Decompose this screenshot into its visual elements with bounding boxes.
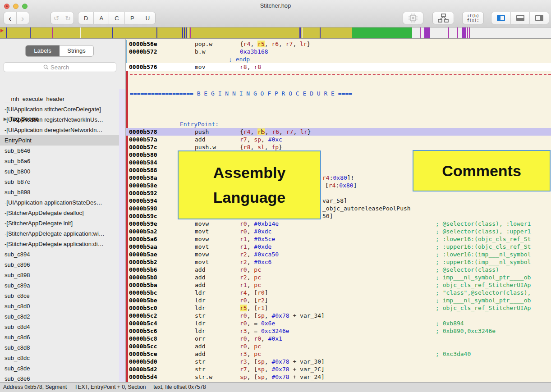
- toggle-left-panel-button[interactable]: [491, 12, 511, 24]
- operands: sp, [sp, #0x78 + var_24]: [240, 373, 325, 381]
- disasm-row[interactable]: 0000b5c8orrr0, r0, #0x1: [126, 335, 551, 342]
- disasm-row[interactable]: 0000b5b8addr2, pc; imp___nl_symbol_ptr__…: [126, 273, 551, 281]
- left-panel-icon: [497, 15, 505, 21]
- cpu-button[interactable]: [403, 12, 423, 24]
- sidebar-symbol-item[interactable]: sub_c8e6: [0, 374, 119, 382]
- undo-button[interactable]: ↺: [51, 12, 62, 24]
- sidebar-symbol-item[interactable]: -[StitcherAppDelegate application:di…: [0, 239, 119, 249]
- sidebar-symbol-item[interactable]: sub_c8d6: [0, 332, 119, 342]
- address: 0000b578: [129, 128, 157, 136]
- code-label-row[interactable]: EntryPoint:: [126, 120, 551, 128]
- sidebar-symbol-item[interactable]: sub_b898: [0, 187, 119, 197]
- inline-comment: ; @selector(class), :upper1: [436, 228, 531, 235]
- control-flow-graph-button[interactable]: [432, 12, 454, 24]
- tab-labels[interactable]: Labels: [26, 46, 60, 56]
- sidebar-symbol-item[interactable]: __mh_execute_header: [0, 94, 119, 104]
- sidebar-symbol-item[interactable]: sub_b646: [0, 146, 119, 156]
- disasm-row[interactable]: 0000b5beldrr0, [r2]; imp___nl_symbol_ptr…: [126, 296, 551, 304]
- sidebar-symbol-item[interactable]: sub_c898: [0, 270, 119, 280]
- navigation-minimap[interactable]: [0, 27, 551, 39]
- toggle-right-panel-button[interactable]: [530, 12, 549, 24]
- sidebar-scrollbar-track[interactable]: [119, 89, 125, 382]
- address: 0000b56e: [129, 40, 157, 48]
- disasm-row[interactable]: 0000b572b.w0xa3b168: [126, 48, 551, 55]
- sidebar-symbol-item[interactable]: sub_b800: [0, 166, 119, 177]
- disasm-row[interactable]: 0000b5a2movtr0, #0xdc; @selector(class),…: [126, 228, 551, 235]
- disasm-row[interactable]: 0000b5ceaddr3, pc; 0xc3da40: [126, 350, 551, 358]
- disasm-row[interactable]: 0000b5b2movtr2, #0xc6; :upper16:(imp___n…: [126, 258, 551, 266]
- address: 0000b5a2: [129, 228, 157, 235]
- sidebar-symbol-item[interactable]: EntryPoint: [0, 135, 119, 146]
- minimap-segment: [412, 27, 551, 38]
- sidebar-symbol-item[interactable]: sub_c8dc: [0, 353, 119, 363]
- sidebar-symbol-item[interactable]: -[UIApplication registerNetworkInUs…: [0, 114, 119, 125]
- data-button[interactable]: D: [78, 12, 94, 24]
- disasm-row[interactable]: 0000b5d2strr7, [sp, #0x78 + var_2C]: [126, 365, 551, 373]
- minimap-segment: [182, 27, 183, 38]
- undefined-button[interactable]: U: [140, 12, 155, 24]
- disasm-row[interactable]: 0000b5bcldrr4, [r0]; "class",@selector(c…: [126, 289, 551, 296]
- bottom-panel-icon: [516, 15, 524, 21]
- disasm-row[interactable]: 0000b5c6ldrr3, = 0xc3246e; 0xb890,0xc324…: [126, 327, 551, 335]
- sidebar-symbol-item[interactable]: -[UIApplication deregisterNetworkIn…: [0, 125, 119, 135]
- disasm-row[interactable]: 0000b5c0ldrr5, [r1]; objc_cls_ref_Stitch…: [126, 304, 551, 312]
- mnemonic: ldr: [195, 327, 205, 335]
- sidebar-symbol-item[interactable]: -[StitcherAppDelegate application:wi…: [0, 228, 119, 239]
- disasm-row[interactable]: 0000b5aemovwr2, #0xca50; :lower16:(imp__…: [126, 251, 551, 258]
- procedure-button[interactable]: P: [125, 12, 140, 24]
- operands: r3, = 0xc3246e: [240, 327, 289, 335]
- sidebar-symbol-item[interactable]: sub_b87c: [0, 177, 119, 187]
- redo-button[interactable]: ↻: [62, 12, 73, 24]
- code-label-row[interactable]: ; endp: [126, 55, 551, 63]
- disasm-row[interactable]: 0000b59emovwr0, #0xb14e; @selector(class…: [126, 220, 551, 228]
- search-field[interactable]: [4, 62, 116, 72]
- sidebar-symbol-item[interactable]: -[UIApplication applicationStateDes…: [0, 197, 119, 208]
- disasm-row[interactable]: 0000b5d0strr3, [sp, #0x78 + var_30]: [126, 358, 551, 365]
- operands: r0, [r2]: [240, 296, 268, 304]
- disasm-row[interactable]: 0000b57aaddr7, sp, #0xc: [126, 136, 551, 143]
- inline-comment: ; @selector(class): [436, 266, 499, 273]
- sidebar-symbol-item[interactable]: sub_c8d4: [0, 322, 119, 332]
- disasm-row[interactable]: 0000b5d4str.wsp, [sp, #0x78 + var_24]: [126, 373, 551, 381]
- undo-icon: ↺: [54, 15, 60, 22]
- disasm-row[interactable]: 0000b5aamovtr1, #0xde; :upper16:(objc_cl…: [126, 243, 551, 251]
- sidebar-symbol-item[interactable]: sub_c8ce: [0, 291, 119, 301]
- disasm-row[interactable]: 0000b5c2strr0, [sp, #0x78 + var_34]: [126, 312, 551, 319]
- disasm-row[interactable]: 0000b5ccaddr0, pc: [126, 342, 551, 350]
- disasm-row[interactable]: 0000b56epop.w{r4, r5, r6, r7, lr}: [126, 40, 551, 48]
- address: 0000b5c6: [129, 327, 157, 335]
- back-chevron-icon: ‹: [9, 14, 11, 23]
- address: 0000b588: [129, 166, 157, 174]
- back-button[interactable]: ‹: [4, 12, 17, 24]
- tab-strings[interactable]: Strings: [60, 46, 93, 56]
- sidebar-symbol-item[interactable]: sub_c894: [0, 249, 119, 260]
- mnemonic: movt: [195, 243, 209, 251]
- disasm-row[interactable]: 0000b5c4ldrr0, = 0x6e; 0xb894: [126, 319, 551, 327]
- sidebar-symbol-item[interactable]: sub_c89a: [0, 280, 119, 291]
- search-input[interactable]: [51, 64, 77, 71]
- pseudo-code-button[interactable]: if(b) f(x);: [462, 12, 484, 24]
- minimap-segment: [320, 27, 321, 38]
- sidebar-symbol-item[interactable]: -[UIApplication stitcherCoreDelegate]: [0, 104, 119, 114]
- ascii-button[interactable]: A: [94, 12, 109, 24]
- sidebar-symbol-item[interactable]: -[StitcherAppDelegate init]: [0, 218, 119, 228]
- sidebar-symbol-item[interactable]: sub_c8d0: [0, 301, 119, 311]
- minimap-segment: [448, 27, 449, 38]
- operands: r0, #0xdc: [240, 228, 271, 235]
- sidebar-symbol-item[interactable]: sub_c8d2: [0, 311, 119, 322]
- address: 0000b57c: [129, 143, 157, 151]
- address: 0000b572: [129, 48, 157, 55]
- disasm-row[interactable]: 0000b5a6movwr1, #0x5ce; :lower16:(objc_c…: [126, 235, 551, 243]
- sidebar-symbol-item[interactable]: sub_c8d8: [0, 342, 119, 353]
- toggle-bottom-panel-button[interactable]: [511, 12, 530, 24]
- forward-button[interactable]: ›: [17, 12, 29, 24]
- disasm-row[interactable]: 0000b578push{r4, r5, r6, r7, lr}: [126, 128, 551, 136]
- sidebar-symbol-item[interactable]: sub_b6a6: [0, 156, 119, 166]
- code-button[interactable]: C: [109, 12, 124, 24]
- sidebar-symbol-item[interactable]: sub_c896: [0, 260, 119, 270]
- disasm-row[interactable]: 0000b576movr8, r8: [126, 63, 551, 71]
- sidebar-symbol-item[interactable]: sub_c8de: [0, 363, 119, 374]
- disasm-row[interactable]: 0000b5b6addr0, pc; @selector(class): [126, 266, 551, 273]
- disasm-row[interactable]: 0000b5baaddr1, pc; objc_cls_ref_Stitcher…: [126, 281, 551, 289]
- sidebar-symbol-item[interactable]: -[StitcherAppDelegate dealloc]: [0, 208, 119, 218]
